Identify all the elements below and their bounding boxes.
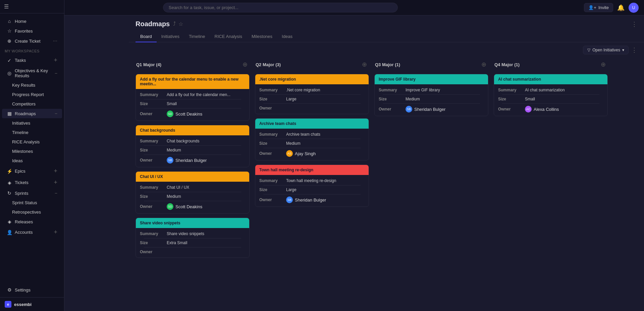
column-add-q2[interactable]: ⊕ <box>360 60 368 69</box>
epics-add-icon[interactable]: + <box>54 168 57 175</box>
sidebar-item-create-ticket[interactable]: ⊕ Create Ticket ··· <box>2 36 62 46</box>
card-size-value: Medium <box>286 141 365 146</box>
favorite-icon[interactable]: ☆ <box>178 21 183 27</box>
divider <box>383 103 480 104</box>
column-add-q1[interactable]: ⊕ <box>241 60 249 69</box>
sidebar-item-releases[interactable]: ◈ Releases <box>2 217 62 226</box>
user-avatar[interactable]: U <box>629 3 639 13</box>
owner-avatar: SD <box>167 110 173 117</box>
card-share-video[interactable]: Share video snippets Summary Share video… <box>136 218 250 258</box>
tab-ideas[interactable]: Ideas <box>277 31 297 42</box>
tab-board[interactable]: Board <box>136 31 157 42</box>
roadmaps-collapse-icon[interactable]: − <box>55 111 57 116</box>
sidebar-item-favorites[interactable]: ☆ Favorites <box>2 26 62 36</box>
sidebar-item-key-results[interactable]: Key Results <box>2 81 62 90</box>
sprints-icon: ↻ <box>7 190 12 196</box>
card-add-fly-out[interactable]: Add a fly out for the calendar menu to e… <box>136 74 250 121</box>
more-icon[interactable]: ··· <box>53 38 57 44</box>
page-header-icons: ⤴ ☆ <box>173 21 183 27</box>
card-row-summary: Summary Add a fly out for the calendar m… <box>140 92 245 97</box>
column-add-q4[interactable]: ⊕ <box>599 60 607 69</box>
card-summary-value: AI chat summarization <box>525 88 603 92</box>
sidebar-item-okr[interactable]: ◎ Objectives & Key Results − <box>2 66 62 80</box>
card-ai-chat[interactable]: AI chat summarization Summary AI chat su… <box>494 74 608 116</box>
sidebar-item-tickets[interactable]: ◈ Tickets + <box>2 177 62 188</box>
board-more-icon[interactable]: ⋮ <box>631 46 637 54</box>
size-label: Size <box>259 187 286 192</box>
card-net-core[interactable]: .Net core migration Summary .Net core mi… <box>255 74 369 114</box>
column-title-q2: Q2 Major (3) <box>256 62 281 67</box>
divider <box>144 247 241 248</box>
card-body-archive-chats: Summary Archive team chats Size Medium O… <box>255 129 369 160</box>
sidebar-label-accounts: Accounts <box>15 230 51 235</box>
card-size-value: Small <box>525 97 603 101</box>
card-body-chat-backgrounds: Summary Chat backgrounds Size Medium Own… <box>136 135 249 167</box>
sidebar-item-competitors[interactable]: Competitors <box>2 99 62 108</box>
accounts-icon: 👤 <box>7 230 12 235</box>
tab-initiatives[interactable]: Initiatives <box>157 31 184 42</box>
notifications-icon[interactable]: 🔔 <box>617 4 625 11</box>
tasks-add-icon[interactable]: + <box>54 57 57 64</box>
tab-milestones[interactable]: Milestones <box>247 31 277 42</box>
column-title-q1: Q1 Major (4) <box>136 62 161 67</box>
sidebar-item-roadmaps[interactable]: ▦ Roadmaps − <box>2 109 62 118</box>
sidebar-item-progress-report[interactable]: Progress Report <box>2 90 62 99</box>
card-chat-backgrounds[interactable]: Chat backgrounds Summary Chat background… <box>136 125 250 167</box>
okr-collapse-icon[interactable]: − <box>55 71 57 76</box>
sidebar-label-progress-report: Progress Report <box>12 92 57 97</box>
divider <box>502 94 599 95</box>
sidebar-item-tasks[interactable]: ✓ Tasks + <box>2 55 62 66</box>
size-label: Size <box>140 148 167 152</box>
card-town-hall[interactable]: Town hall meeting re-design Summary Town… <box>255 165 369 207</box>
card-archive-chats[interactable]: Archive team chats Summary Archive team … <box>255 118 369 161</box>
column-add-q3[interactable]: ⊕ <box>480 60 488 69</box>
divider <box>144 99 241 99</box>
size-label: Size <box>140 240 167 245</box>
card-row-size: Size Medium <box>140 194 245 199</box>
sidebar-item-accounts[interactable]: 👤 Accounts + <box>2 227 62 238</box>
settings-icon: ⚙ <box>7 287 12 293</box>
sidebar-item-sprints[interactable]: ↻ Sprints − <box>2 188 62 198</box>
card-row-size: Size Large <box>259 187 365 192</box>
card-summary-value: Share video snippets <box>167 231 245 236</box>
sidebar-item-epics[interactable]: ⚡ Epics + <box>2 166 62 177</box>
sidebar-item-initiatives[interactable]: Initiatives <box>2 119 62 128</box>
search-input[interactable] <box>163 3 398 12</box>
card-size-value: Large <box>286 187 365 192</box>
card-header-improve-gif: Improve GIF library <box>375 74 488 84</box>
sidebar-label-timeline: Timeline <box>12 130 57 135</box>
accounts-add-icon[interactable]: + <box>54 229 57 236</box>
tab-rice-analysis[interactable]: RICE Analysis <box>210 31 247 42</box>
card-row-owner: Owner SD Scott Deakins <box>140 110 245 117</box>
card-summary-value: Archive team chats <box>286 132 365 137</box>
sprints-collapse-icon[interactable]: − <box>55 190 57 196</box>
card-owner-value: SD Scott Deakins <box>167 110 202 117</box>
sidebar-item-rice-analysis[interactable]: RICE Analysis <box>2 137 62 146</box>
hamburger-icon[interactable]: ☰ <box>4 3 9 10</box>
sidebar-item-retrospectives[interactable]: Retrospectives <box>2 208 62 217</box>
tickets-add-icon[interactable]: + <box>54 179 57 186</box>
column-header-q3: Q3 Major (1) ⊕ <box>374 58 488 71</box>
releases-icon: ◈ <box>7 219 12 224</box>
card-improve-gif[interactable]: Improve GIF library Summary Improve GIF … <box>374 74 488 116</box>
share-icon[interactable]: ⤴ <box>173 21 176 27</box>
sidebar-item-sprint-status[interactable]: Sprint Status <box>2 198 62 207</box>
sidebar-item-home[interactable]: ⌂ Home <box>2 16 62 26</box>
card-row-size: Size Medium <box>379 97 484 101</box>
page-more-icon[interactable]: ⋮ <box>631 21 637 28</box>
invite-button[interactable]: 👤+ Invite <box>584 3 613 12</box>
card-chat-ui[interactable]: Chat UI / UX Summary Chat UI / UX Size M… <box>136 171 250 214</box>
sidebar-item-ideas[interactable]: Ideas <box>2 156 62 165</box>
sidebar-footer: e essembi <box>0 297 64 311</box>
owner-avatar: AS <box>286 150 293 157</box>
sidebar-label-releases: Releases <box>15 219 57 224</box>
sidebar-item-timeline[interactable]: Timeline <box>2 128 62 137</box>
card-body-improve-gif: Summary Improve GIF library Size Medium … <box>375 84 488 116</box>
sidebar-label-sprint-status: Sprint Status <box>12 200 57 205</box>
owner-name: Sheridan Bulger <box>414 107 445 112</box>
sidebar-item-milestones[interactable]: Milestones <box>2 147 62 156</box>
cards-q4: AI chat summarization Summary AI chat su… <box>494 74 608 116</box>
filter-button[interactable]: ▽ Open Initiatives ▾ <box>583 46 629 54</box>
sidebar-item-settings[interactable]: ⚙ Settings <box>2 285 62 295</box>
tab-timeline[interactable]: Timeline <box>184 31 210 42</box>
